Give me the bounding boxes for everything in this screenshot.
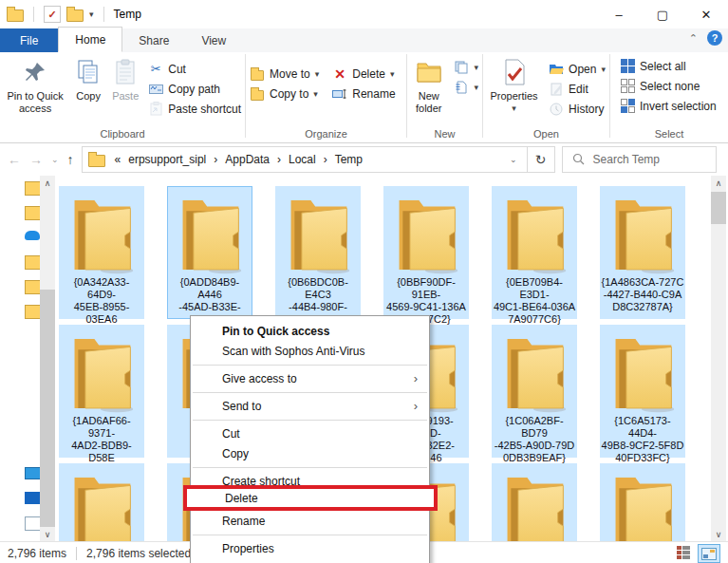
folder-item[interactable]: {1A4863CA-727C-4427-B440-C9AD8C32787A} [600,186,685,319]
scroll-down-icon[interactable]: ∨ [711,527,726,541]
minimize-button[interactable]: – [597,0,641,28]
move-to-button[interactable]: Move to ▾ [246,64,323,84]
paste-shortcut-icon [148,102,163,117]
menu-item-cut[interactable]: Cut [191,423,429,443]
breadcrumb-prefix[interactable]: « [111,153,125,166]
breadcrumb-item[interactable]: Temp [331,153,366,166]
scroll-up-icon[interactable]: ∧ [711,176,726,190]
tab-home[interactable]: Home [58,27,122,52]
copy-button[interactable]: Copy [70,52,106,103]
up-icon[interactable]: ↑ [67,152,74,167]
breadcrumb-sep-icon[interactable]: › [273,153,285,166]
open-label: Open [569,63,596,76]
properties-button[interactable]: Properties ▾ [483,52,545,115]
open-button[interactable]: Open ▾ [545,59,609,79]
collapse-ribbon-icon[interactable]: ⌃ [689,32,698,45]
recent-locations-icon[interactable]: ⌄ [51,155,59,164]
maximize-button[interactable]: ▢ [641,0,684,28]
tab-share[interactable]: Share [122,28,185,52]
close-button[interactable]: ✕ [684,0,728,28]
menu-item-pin-to-quick-access[interactable]: Pin to Quick access [191,321,429,341]
breadcrumb[interactable]: « erpsupport_sipl › AppData › Local › Te… [82,146,528,173]
delete-button[interactable]: ✕ Delete ▾ [328,64,399,84]
breadcrumb-item[interactable]: Local [285,153,320,166]
menu-item-scan-with-sophos-anti-virus[interactable]: Scan with Sophos Anti-Virus [191,341,429,361]
history-button: History [545,99,609,119]
folder-item[interactable]: {0A342A33-64D9-45EB-8955-03EA6581DCA1} [59,186,144,319]
delete-highlight-box[interactable]: Delete [183,485,438,511]
invert-selection-button[interactable]: Invert selection [616,96,728,116]
properties-shortcut-icon[interactable]: ✓ [44,6,61,23]
nav-folder-icon[interactable] [25,255,40,270]
move-to-icon [250,66,265,82]
help-icon[interactable]: ? [707,30,722,46]
new-item-button[interactable]: ▾ [450,57,482,77]
cut-label: Cut [168,63,186,76]
nav-folder-icon[interactable] [25,206,40,220]
folder-item[interactable] [59,463,144,541]
address-dropdown-icon[interactable]: ⌄ [502,155,525,164]
menu-separator [193,392,427,393]
tab-view[interactable]: View [185,28,242,52]
invert-selection-icon [620,99,635,114]
menu-item-label: Rename [222,515,265,528]
new-folder-button[interactable]: New folder [407,52,450,115]
folder-item[interactable] [600,463,685,541]
menu-item-give-access-to[interactable]: Give access to› [191,368,429,388]
folder-item[interactable]: {0ADD84B9-A446-45AD-B33E-25F54C5B4C2} [167,186,252,319]
folder-item[interactable]: {0BBF90DF-91EB-4569-9C41-136ABF0B7C2} [383,186,469,319]
nav-cloud-icon[interactable] [25,231,40,240]
select-none-button[interactable]: Select none [616,76,728,96]
folder-icon [607,468,678,541]
nav-desk-icon[interactable] [25,492,40,504]
folder-item[interactable]: {1C06A2BF-BD79-42B5-A90D-79D0DB3B9EAF} [492,325,577,458]
nav-pane-scrollbar[interactable]: ∧ ∨ [40,176,55,541]
breadcrumb-item[interactable]: erpsupport_sipl [124,153,210,166]
folder-item[interactable]: {1C6A5173-44D4-49B8-9CF2-5F8D40FD33FC} [600,325,685,458]
navigation-pane[interactable] [0,176,40,541]
forward-icon[interactable]: → [29,152,43,167]
back-icon[interactable]: ← [8,152,21,167]
copy-path-button[interactable]: Copy path [144,79,245,99]
thumbnails-view-icon[interactable] [698,544,720,563]
folder-item[interactable]: {0EB709B4-E3D1-49C1-BE64-036A7A9077C6} [492,186,577,319]
new-folder-shortcut-icon[interactable] [66,9,84,22]
details-view-icon[interactable] [673,544,694,561]
breadcrumb-item[interactable]: AppData [221,153,273,166]
rename-button[interactable]: Rename [328,84,399,103]
divider [103,7,104,22]
menu-item-send-to[interactable]: Send to› [191,396,429,416]
cut-button[interactable]: ✂ Cut [144,59,245,79]
breadcrumb-sep-icon[interactable]: › [320,153,331,166]
pin-to-quick-access-button[interactable]: Pin to Quick access [0,52,70,115]
folder-item[interactable]: {0B6BDC0B-E4C3-44B4-980F-E4E234344C8} [275,186,361,319]
scrollbar-thumb[interactable] [711,192,726,224]
nav-folder-icon[interactable] [25,280,40,294]
nav-folder-icon[interactable] [25,305,40,319]
title-bar: ✓ ▾ Temp – ▢ ✕ [0,0,728,28]
address-bar: ← → ⌄ ↑ « erpsupport_sipl › AppData › Lo… [0,143,728,175]
folder-icon [607,329,678,415]
folder-item[interactable]: {1AD6AF66-9371-4AD2-BDB9-D58E86DE6A7C} [59,325,144,458]
nav-folder-icon[interactable] [25,181,40,196]
menu-item-rename[interactable]: Rename [191,511,429,531]
scroll-down-icon[interactable]: ∨ [40,527,55,541]
tab-file[interactable]: File [0,28,58,52]
qat-customize-dropdown-icon[interactable]: ▾ [89,9,94,19]
scrollbar-thumb[interactable] [40,290,55,527]
folder-item[interactable] [492,463,577,541]
select-all-button[interactable]: Select all [616,56,728,76]
search-box[interactable]: Search Temp [562,146,717,173]
nav-doc-icon[interactable] [25,516,40,531]
menu-item-copy[interactable]: Copy [191,443,429,463]
content-scrollbar[interactable]: ∧ ∨ [711,176,726,541]
dropdown-icon: ▾ [512,103,516,115]
menu-item-properties[interactable]: Properties [191,538,429,558]
easy-access-button[interactable]: ▾ [450,77,482,97]
scroll-up-icon[interactable]: ∧ [40,176,55,190]
copy-to-button[interactable]: Copy to ▾ [246,84,323,103]
refresh-icon[interactable]: ↻ [528,146,555,173]
divider [76,547,77,560]
breadcrumb-sep-icon[interactable]: › [210,153,221,166]
nav-pc-icon[interactable] [25,467,40,479]
